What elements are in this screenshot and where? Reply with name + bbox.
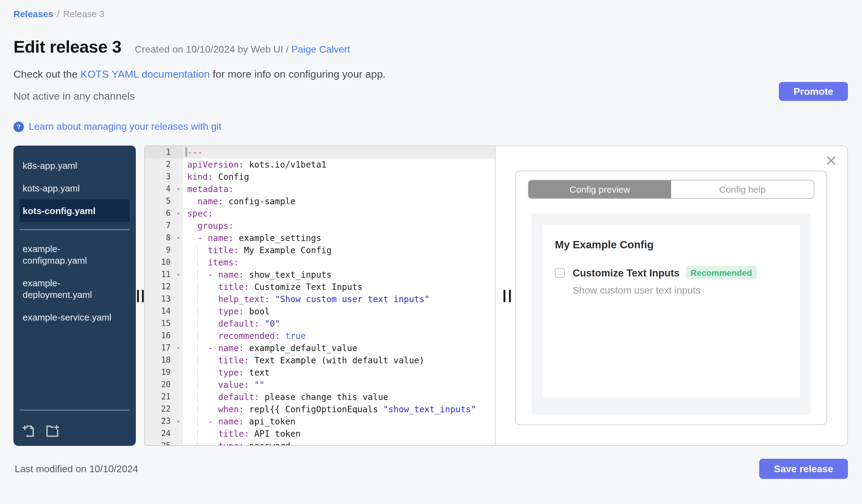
breadcrumb: Releases/Release 3 — [13, 9, 848, 19]
breadcrumb-releases-link[interactable]: Releases — [13, 9, 53, 19]
config-tabs: Config preview Config help — [528, 180, 814, 199]
line-number: 10 — [145, 256, 174, 268]
fold-gutter — [174, 171, 183, 183]
code-text: name: config-sample — [183, 195, 495, 207]
code-line[interactable]: 3kind: Config — [145, 171, 495, 183]
code-line[interactable]: 14 type: bool — [145, 305, 495, 317]
line-number: 9 — [145, 244, 174, 256]
code-line[interactable]: 15 default: "0" — [145, 317, 495, 330]
promote-button[interactable]: Promote — [779, 82, 848, 101]
code-line[interactable]: 5 name: config-sample — [145, 195, 495, 207]
code-text: type: text — [183, 367, 495, 379]
save-release-button[interactable]: Save release — [759, 459, 848, 479]
code-line[interactable]: 12 title: Customize Text Inputs — [145, 281, 495, 293]
fold-gutter — [174, 391, 183, 403]
add-folder-button[interactable] — [45, 424, 60, 437]
line-number: 7 — [145, 220, 174, 232]
code-line[interactable]: 21 default: please change this value — [145, 391, 495, 403]
code-line[interactable]: 16 recommended: true — [145, 330, 495, 342]
yaml-editor[interactable]: 1---2apiVersion: kots.io/v1beta13kind: C… — [144, 146, 495, 446]
add-file-button[interactable] — [22, 424, 36, 437]
config-card: My Example Config Customize Text Inputs … — [543, 225, 800, 398]
code-line[interactable]: 1--- — [145, 146, 495, 158]
author-link[interactable]: Paige Calvert — [291, 44, 350, 54]
code-line[interactable]: 8▾ - name: example_settings — [145, 232, 495, 244]
line-number: 12 — [145, 281, 174, 293]
tab-config-preview[interactable]: Config preview — [528, 181, 671, 198]
config-checkbox[interactable] — [555, 268, 565, 278]
code-text: when: repl{{ ConfigOptionEquals "show_te… — [183, 403, 495, 415]
file-tree-item[interactable]: example-service.yaml — [19, 306, 130, 329]
code-lines: 1---2apiVersion: kots.io/v1beta13kind: C… — [145, 146, 495, 445]
fold-gutter — [174, 354, 183, 367]
tab-config-help[interactable]: Config help — [671, 181, 814, 198]
code-line[interactable]: 13 help_text: "Show custom user text inp… — [145, 293, 495, 305]
file-name: example-service.yaml — [23, 311, 112, 323]
line-number: 17 — [145, 342, 174, 354]
line-number: 13 — [145, 293, 174, 305]
fold-arrow-icon[interactable]: ▾ — [174, 207, 183, 220]
file-name: example-configmap.yaml — [23, 243, 116, 266]
code-line[interactable]: 17▾ - name: example_default_value — [145, 342, 495, 354]
fold-arrow-icon[interactable]: ▾ — [174, 232, 183, 244]
footer: Last modified on 10/10/2024 Save release — [13, 459, 848, 479]
kots-yaml-docs-link[interactable]: KOTS YAML documentation — [80, 68, 210, 80]
code-line[interactable]: 2apiVersion: kots.io/v1beta1 — [145, 158, 495, 171]
file-tree-item[interactable]: kots-config.yaml — [19, 199, 130, 222]
fold-gutter — [174, 281, 183, 293]
fold-gutter — [174, 195, 183, 207]
line-number: 2 — [145, 158, 174, 171]
fold-arrow-icon[interactable]: ▾ — [174, 183, 183, 195]
resize-bar — [504, 290, 505, 302]
code-text: groups: — [183, 220, 495, 232]
code-text: spec: — [183, 207, 495, 220]
fold-arrow-icon[interactable]: ▾ — [174, 415, 183, 427]
code-line[interactable]: 10 items: — [145, 256, 495, 268]
line-number: 6 — [145, 207, 174, 220]
code-line[interactable]: 11▾ - name: show_text_inputs — [145, 268, 495, 281]
code-line[interactable]: 9 title: My Example Config — [145, 244, 495, 256]
docs-line-before: Check out the — [13, 68, 80, 80]
code-line[interactable]: 18 title: Text Example (with default val… — [145, 354, 495, 367]
tree-divider — [19, 229, 130, 230]
file-plus-icon — [22, 424, 36, 437]
fold-gutter — [174, 146, 183, 158]
file-tree-item[interactable]: example-configmap.yaml — [19, 237, 130, 271]
file-tree-item[interactable]: k8s-app.yaml — [19, 154, 130, 177]
line-number: 3 — [145, 171, 174, 183]
git-releases-link[interactable]: Learn about managing your releases with … — [29, 121, 221, 132]
right-resize-handle[interactable] — [504, 290, 511, 302]
config-panel: Config preview Config help My Example Co… — [495, 146, 848, 446]
code-line[interactable]: 6▾spec: — [145, 207, 495, 220]
docs-line: Check out the KOTS YAML documentation fo… — [13, 68, 848, 81]
code-text: type: password — [183, 440, 495, 445]
fold-gutter — [174, 220, 183, 232]
fold-gutter — [174, 427, 183, 440]
file-tree-item[interactable]: example-deployment.yaml — [19, 271, 130, 306]
file-name: kots-app.yaml — [23, 182, 80, 194]
fold-arrow-icon[interactable]: ▾ — [174, 268, 183, 281]
fold-gutter — [174, 440, 183, 445]
recommended-badge: Recommended — [686, 266, 757, 279]
code-line[interactable]: 4▾metadata: — [145, 183, 495, 195]
fold-arrow-icon[interactable]: ▾ — [174, 342, 183, 354]
code-line[interactable]: 23▾ - name: api_token — [145, 415, 495, 427]
code-text: type: bool — [183, 305, 495, 317]
main-split: k8s-app.yamlkots-app.yamlkots-config.yam… — [13, 146, 848, 446]
left-resize-handle[interactable] — [136, 146, 144, 446]
code-line[interactable]: 22 when: repl{{ ConfigOptionEquals "show… — [145, 403, 495, 415]
file-tree: k8s-app.yamlkots-app.yamlkots-config.yam… — [13, 146, 136, 446]
file-tree-item[interactable]: kots-app.yaml — [19, 177, 130, 199]
code-line[interactable]: 19 type: text — [145, 367, 495, 379]
close-icon[interactable] — [825, 154, 837, 167]
code-line[interactable]: 25 type: password — [145, 440, 495, 445]
code-line[interactable]: 7 groups: — [145, 220, 495, 232]
fold-gutter — [174, 403, 183, 415]
config-item-help: Show custom user text inputs — [573, 285, 788, 296]
file-name: example-deployment.yaml — [23, 277, 116, 300]
code-line[interactable]: 24 title: API token — [145, 427, 495, 440]
code-line[interactable]: 20 value: "" — [145, 379, 495, 391]
page-header: Edit release 3 Created on 10/10/2024 by … — [13, 37, 848, 57]
fold-gutter — [174, 256, 183, 268]
line-number: 20 — [145, 379, 174, 391]
